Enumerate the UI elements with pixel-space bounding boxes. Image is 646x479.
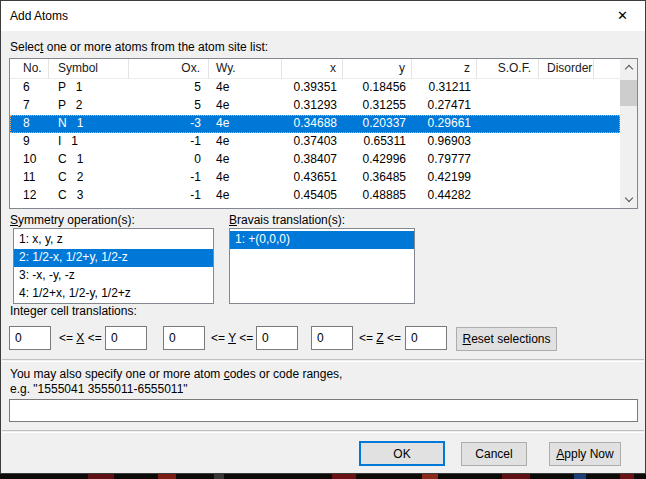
label-part: one or more atoms from the atom site lis…	[43, 40, 268, 54]
chevron-up-icon	[624, 65, 632, 73]
cell-wy: 4e	[209, 133, 282, 151]
scrollbar-thumb[interactable]	[620, 80, 637, 106]
cell-no: 13	[10, 205, 49, 209]
background-pixel-patch	[422, 474, 438, 479]
background-pixel-patch	[332, 474, 356, 479]
atom-row[interactable]: 6 P 1 5 4e 0.39351 0.18456 0.31211	[10, 79, 620, 97]
symmetry-item[interactable]: 4: 1/2+x, 1/2-y, 1/2+z	[14, 285, 213, 303]
cell-y: 0.18456	[343, 79, 412, 97]
cell-disorder	[539, 187, 594, 205]
bravais-item-selected[interactable]: 1: +(0,0,0)	[230, 231, 414, 249]
label-part: R	[462, 332, 471, 346]
atom-row[interactable]: 11 C 2 -1 4e 0.43651 0.36485 0.42199	[10, 169, 620, 187]
atom-row[interactable]: 7 P 2 5 4e 0.31293 0.31255 0.27471	[10, 97, 620, 115]
cell-sof	[477, 133, 539, 151]
close-icon: ✕	[617, 8, 628, 23]
cell-disorder	[539, 169, 594, 187]
atom-row[interactable]: 9 I 1 -1 4e 0.37403 0.65311 0.96903	[10, 133, 620, 151]
cell-x: 0.37403	[282, 133, 343, 151]
cell-wy: 4e	[209, 205, 282, 209]
cell-z: 0.79777	[412, 151, 477, 169]
apply-now-button[interactable]: Apply Now	[549, 442, 621, 466]
cell-symbol: N 1	[49, 115, 129, 133]
cell-symbol: C 4	[49, 205, 129, 209]
column-header-no[interactable]: No.	[10, 59, 49, 79]
y-max-input[interactable]	[256, 326, 298, 350]
cell-y: 0.65311	[343, 133, 412, 151]
separator	[2, 359, 644, 361]
scroll-up-button[interactable]	[620, 59, 637, 76]
cell-wy: 4e	[209, 169, 282, 187]
cell-x: 0.45405	[282, 187, 343, 205]
symmetry-item[interactable]: 1: x, y, z	[14, 231, 213, 249]
bravais-listbox: 1: +(0,0,0)	[229, 228, 415, 304]
cell-no: 10	[10, 151, 49, 169]
titlebar: Add Atoms ✕	[1, 1, 645, 31]
cell-z: 0.29661	[412, 115, 477, 133]
cell-y: 0.36485	[343, 169, 412, 187]
cell-symbol: C 2	[49, 169, 129, 187]
cell-symbol: C 3	[49, 187, 129, 205]
label-part: You may also specify one or more atom	[10, 367, 224, 381]
atom-list-label: Select one or more atoms from the atom s…	[10, 40, 268, 54]
ok-button[interactable]: OK	[359, 441, 445, 466]
cell-ox: -1	[129, 205, 209, 209]
symmetry-label: Symmetry operation(s):	[10, 213, 135, 227]
column-header-sof[interactable]: S.O.F.	[477, 59, 539, 79]
add-atoms-dialog: Add Atoms ✕ Select one or more atoms fro…	[0, 0, 646, 474]
column-header-wy[interactable]: Wy.	[209, 59, 282, 79]
column-header-ox[interactable]: Ox.	[129, 59, 209, 79]
z-range-label: <= Z <=	[359, 331, 401, 345]
symmetry-item[interactable]: 3: -x, -y, -z	[14, 267, 213, 285]
cell-no: 6	[10, 79, 49, 97]
cell-wy: 4e	[209, 187, 282, 205]
label-part: <=	[359, 331, 376, 345]
atom-row[interactable]: 10 C 1 0 4e 0.38407 0.42996 0.79777	[10, 151, 620, 169]
cell-wy: 4e	[209, 115, 282, 133]
y-min-input[interactable]	[163, 326, 205, 350]
z-min-input[interactable]	[311, 326, 353, 350]
cell-x: 0.39351	[282, 79, 343, 97]
x-range-label: <= X <=	[59, 331, 102, 345]
background-pixel-patch	[620, 474, 634, 479]
column-header-disorder[interactable]: Disorder	[539, 59, 594, 79]
cell-disorder	[539, 115, 594, 133]
integer-translations-label: Integer cell translations:	[10, 304, 137, 318]
close-button[interactable]: ✕	[600, 1, 645, 30]
cell-ox: 0	[129, 151, 209, 169]
cell-disorder	[539, 205, 594, 209]
atom-row-selected[interactable]: 8 N 1 -3 4e 0.34688 0.20337 0.29661	[10, 115, 620, 133]
symmetry-item-selected[interactable]: 2: 1/2-x, 1/2+y, 1/2-z	[14, 249, 213, 267]
cell-sof	[477, 79, 539, 97]
atom-row[interactable]: 12 C 3 -1 4e 0.45405 0.48885 0.44282	[10, 187, 620, 205]
cell-symbol: P 1	[49, 79, 129, 97]
cell-x: 0.45733	[282, 205, 343, 209]
symmetry-listbox: 1: x, y, z 2: 1/2-x, 1/2+y, 1/2-z 3: -x,…	[13, 228, 214, 304]
cell-ox: -1	[129, 187, 209, 205]
cell-ox: -3	[129, 115, 209, 133]
x-min-input[interactable]	[9, 326, 51, 350]
atom-row-clipped[interactable]: 13 C 4 -1 4e 0.45733 0.57503 0.59003	[10, 205, 620, 209]
cell-sof	[477, 115, 539, 133]
screen: Add Atoms ✕ Select one or more atoms fro…	[0, 0, 646, 479]
reset-selections-button[interactable]: Reset selections	[456, 327, 557, 351]
column-header-x[interactable]: x	[282, 59, 343, 79]
atom-codes-input[interactable]	[9, 399, 638, 422]
x-max-input[interactable]	[105, 326, 147, 350]
cell-sof	[477, 97, 539, 115]
background-pixel-patch	[88, 474, 114, 479]
cell-disorder	[539, 133, 594, 151]
column-header-y[interactable]: y	[343, 59, 412, 79]
codes-hint-line1: You may also specify one or more atom co…	[10, 367, 342, 381]
column-header-symbol[interactable]: Symbol	[49, 59, 129, 79]
column-header-z[interactable]: z	[412, 59, 477, 79]
z-max-input[interactable]	[405, 326, 447, 350]
label-part: eset selections	[471, 332, 550, 346]
cell-ox: 5	[129, 79, 209, 97]
label-part: S	[10, 213, 18, 227]
cell-z: 0.96903	[412, 133, 477, 151]
cell-z: 0.59003	[412, 205, 477, 209]
vertical-scrollbar[interactable]	[620, 59, 637, 208]
scroll-down-button[interactable]	[620, 191, 637, 208]
cancel-button[interactable]: Cancel	[461, 442, 527, 466]
